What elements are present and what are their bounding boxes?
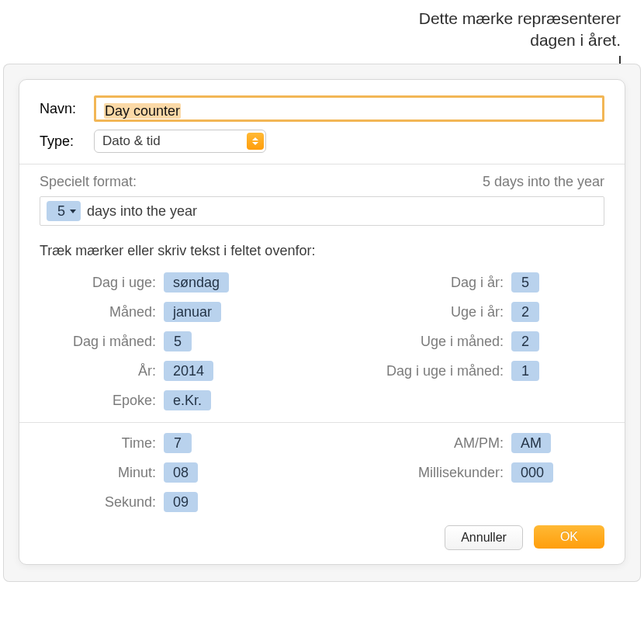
token-pair: Time:7	[40, 432, 356, 454]
token-label: År:	[40, 363, 164, 379]
special-format-preview: 5 days into the year	[483, 174, 604, 190]
drag-token[interactable]: AM	[511, 433, 551, 453]
format-token-day-of-year[interactable]: 5	[47, 201, 81, 221]
date-tokens-grid: Dag i uge:søndagMåned:januarDag i måned:…	[19, 272, 625, 411]
drag-token[interactable]: 2014	[164, 361, 213, 381]
token-pair: Dag i år:5	[356, 272, 604, 293]
token-pair: År:2014	[40, 360, 356, 382]
drag-token[interactable]: 2	[511, 331, 539, 351]
type-row: Type: Dato & tid	[19, 130, 625, 153]
special-format-label: Specielt format:	[40, 174, 137, 190]
drag-token[interactable]: 5	[164, 331, 192, 351]
special-format-row: Specielt format: 5 days into the year	[19, 174, 625, 190]
token-pair: Uge i måned:2	[356, 331, 604, 352]
token-label: Dag i år:	[356, 275, 511, 291]
drag-token[interactable]: januar	[164, 302, 221, 322]
format-field-text: days into the year	[87, 203, 197, 220]
token-label: Uge i år:	[356, 304, 511, 320]
token-label: Millisekunder:	[356, 465, 511, 481]
instruct-text: Træk mærker eller skriv tekst i feltet o…	[19, 226, 625, 272]
time-tokens-grid: Time:7Minut:08Sekund:09 AM/PM:AMMillisek…	[19, 432, 625, 513]
token-pair: Minut:08	[40, 462, 356, 483]
drag-token[interactable]: e.Kr.	[164, 390, 211, 410]
token-label: Måned:	[40, 304, 164, 320]
chevron-down-icon	[70, 209, 76, 213]
name-field[interactable]: Day counter	[94, 95, 604, 122]
drag-token[interactable]: 09	[164, 492, 198, 512]
button-row: Annuller OK	[19, 513, 625, 550]
token-label: Minut:	[40, 465, 164, 481]
name-label: Navn:	[40, 101, 94, 117]
token-pair: Uge i år:2	[356, 301, 604, 323]
divider	[19, 164, 625, 164]
name-field-value: Day counter	[104, 103, 181, 119]
token-pair: Dag i måned:5	[40, 331, 356, 352]
divider	[19, 422, 625, 423]
window-backdrop: Navn: Day counter Type: Dato & tid Speci…	[3, 64, 641, 582]
type-select[interactable]: Dato & tid	[94, 130, 266, 153]
token-pair: Måned:januar	[40, 301, 356, 323]
dialog-sheet: Navn: Day counter Type: Dato & tid Speci…	[19, 79, 625, 565]
token-label: Dag i uge i måned:	[356, 363, 511, 379]
drag-token[interactable]: 2	[511, 302, 539, 322]
token-label: Time:	[40, 435, 164, 452]
name-row: Navn: Day counter	[19, 80, 625, 122]
token-label: Sekund:	[40, 494, 164, 511]
format-field[interactable]: 5 days into the year	[40, 196, 604, 226]
type-label: Type:	[40, 133, 94, 150]
token-label: AM/PM:	[356, 435, 511, 452]
popup-stepper-icon	[247, 133, 264, 150]
drag-token[interactable]: 1	[511, 361, 539, 381]
token-label: Epoke:	[40, 393, 164, 409]
token-pair: Epoke:e.Kr.	[40, 390, 356, 411]
token-pair: Millisekunder:000	[356, 462, 604, 483]
token-label: Dag i måned:	[40, 334, 164, 350]
token-label: Dag i uge:	[40, 275, 164, 291]
token-pair: Sekund:09	[40, 491, 356, 513]
callout-text: Dette mærke repræsenterer dagen i året.	[0, 0, 644, 56]
token-pair: AM/PM:AM	[356, 432, 604, 454]
type-select-value: Dato & tid	[102, 133, 247, 149]
token-pair: Dag i uge:søndag	[40, 272, 356, 293]
drag-token[interactable]: 7	[164, 433, 192, 453]
token-label: Uge i måned:	[356, 334, 511, 350]
drag-token[interactable]: 000	[511, 462, 553, 483]
token-pair: Dag i uge i måned:1	[356, 360, 604, 382]
ok-button[interactable]: OK	[534, 525, 604, 549]
drag-token[interactable]: søndag	[164, 272, 229, 293]
drag-token[interactable]: 5	[511, 272, 539, 293]
cancel-button[interactable]: Annuller	[445, 525, 523, 550]
drag-token[interactable]: 08	[164, 462, 198, 483]
